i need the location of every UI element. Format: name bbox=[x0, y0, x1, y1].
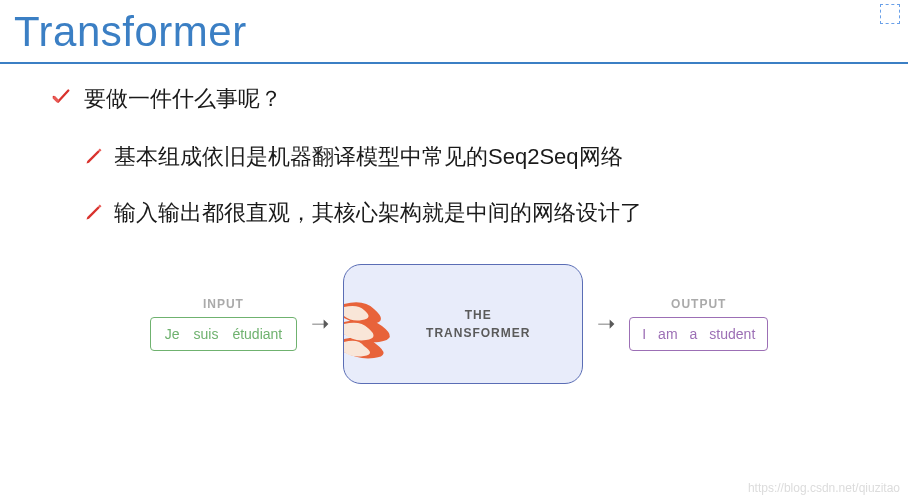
input-block: INPUT Je suis étudiant bbox=[150, 297, 298, 351]
output-block: OUTPUT I am a student bbox=[629, 297, 768, 351]
title-divider bbox=[0, 62, 908, 64]
arrow-icon: ➝ bbox=[311, 311, 329, 337]
output-label: OUTPUT bbox=[671, 297, 726, 311]
output-token: am bbox=[658, 326, 677, 342]
input-box: Je suis étudiant bbox=[150, 317, 298, 351]
flame-icon bbox=[344, 274, 414, 374]
point-2-text: 输入输出都很直观，其核心架构就是中间的网络设计了 bbox=[114, 198, 642, 228]
pencil-icon bbox=[84, 146, 104, 169]
point-1-text: 基本组成依旧是机器翻译模型中常见的Seq2Seq网络 bbox=[114, 142, 623, 172]
output-token: I bbox=[642, 326, 646, 342]
question-text: 要做一件什么事呢？ bbox=[84, 84, 282, 114]
transformer-diagram: INPUT Je suis étudiant ➝ THE TRANSFORMER bbox=[50, 264, 868, 384]
input-label: INPUT bbox=[203, 297, 244, 311]
output-box: I am a student bbox=[629, 317, 768, 351]
question-bullet: 要做一件什么事呢？ bbox=[50, 84, 868, 114]
watermark: https://blog.csdn.net/qiuzitao bbox=[748, 481, 900, 495]
input-token: Je bbox=[165, 326, 180, 342]
output-token: a bbox=[690, 326, 698, 342]
arrow-icon: ➝ bbox=[597, 311, 615, 337]
content-area: 要做一件什么事呢？ 基本组成依旧是机器翻译模型中常见的Seq2Seq网络 输入输… bbox=[0, 84, 908, 384]
center-label-2: TRANSFORMER bbox=[426, 326, 530, 340]
pencil-icon bbox=[84, 202, 104, 225]
output-token: student bbox=[709, 326, 755, 342]
input-token: étudiant bbox=[232, 326, 282, 342]
transformer-label: THE TRANSFORMER bbox=[426, 306, 530, 342]
point-2: 输入输出都很直观，其核心架构就是中间的网络设计了 bbox=[84, 198, 868, 228]
checkmark-icon bbox=[50, 86, 72, 112]
corner-placeholder-icon bbox=[880, 4, 900, 24]
transformer-box: THE TRANSFORMER bbox=[343, 264, 583, 384]
slide-title: Transformer bbox=[0, 0, 908, 60]
input-token: suis bbox=[193, 326, 218, 342]
point-1: 基本组成依旧是机器翻译模型中常见的Seq2Seq网络 bbox=[84, 142, 868, 172]
center-label-1: THE bbox=[465, 308, 492, 322]
